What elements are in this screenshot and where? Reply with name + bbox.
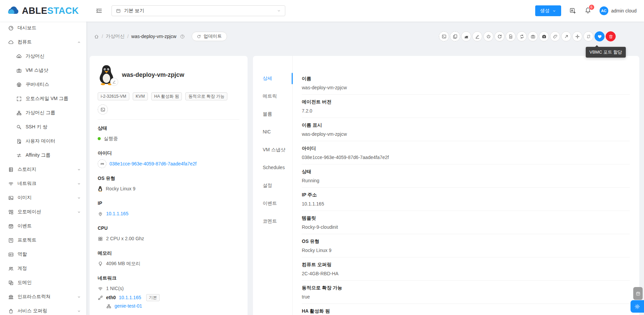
sidebar-item-vm-snapshots[interactable]: VM 스냅샷 (0, 65, 86, 76)
sidebar-item-affinity-groups[interactable]: Affinity 그룹 (0, 150, 86, 161)
key-icon (16, 124, 22, 130)
sidebar-item-events[interactable]: 이벤트 (0, 220, 86, 232)
detail-value: 7.2.0 (302, 107, 630, 115)
detach-button[interactable] (583, 31, 593, 41)
metrics-button[interactable] (461, 31, 471, 41)
sidebar-item-images[interactable]: 이미지 (0, 192, 86, 203)
nic-network-link[interactable]: genie-test-01 (115, 302, 142, 310)
tab-comments[interactable]: 코멘트 (263, 218, 292, 224)
detail-row-id: 아이디038e1cce-963e-4059-87d6-7aade4fa7e2f (302, 141, 630, 164)
update-button-label: 업데이트 (204, 33, 222, 39)
detail-value: true (302, 293, 630, 301)
sidebar-item-label: SSH 키 쌍 (26, 124, 47, 130)
sidebar-item-user-data[interactable]: 사용자 데이터 (0, 135, 86, 147)
attach-volume-button[interactable] (550, 31, 560, 41)
notifications-button[interactable]: 6 (584, 7, 591, 15)
avatar: AC (600, 6, 608, 15)
vbmc-port-button[interactable] (594, 31, 605, 41)
tab-nic[interactable]: NIC (263, 128, 292, 135)
attach-iso-button[interactable] (506, 31, 516, 41)
tab-vm-snapshots[interactable]: VM 스냅샷 (263, 146, 292, 153)
destroy-button[interactable] (606, 31, 616, 41)
tab-metrics[interactable]: 메트릭 (263, 93, 292, 99)
vm-name-title: was-deploy-vm-zpjcw (122, 71, 184, 78)
sidebar-item-vm-groups[interactable]: 가상머신 그룹 (0, 107, 86, 119)
detail-list: 이름was-deploy-vm-zpjcw 에이전트 버전7.2.0 이름 표시… (293, 56, 639, 315)
breadcrumb-page: was-deploy-vm-zpjcw (131, 34, 176, 39)
sidebar-item-domains[interactable]: 도메인 (0, 277, 86, 288)
console-button[interactable] (439, 31, 449, 41)
vm-id-link[interactable]: 038e1cce-963e-4059-87d6-7aade4fa7e2f (109, 160, 196, 168)
detail-label: IP 주소 (302, 191, 630, 198)
sidebar-item-label: 계정 (18, 265, 27, 272)
sidebar-item-label: 서비스 오퍼링 (18, 308, 47, 314)
detail-row-display-name: 이름 표시was-deploy-vm-zpjcw (302, 118, 630, 141)
vm-hypervisor-tag: KVM (133, 92, 148, 100)
chevron-down-icon (77, 309, 81, 313)
vm-ha-tag: HA 활성화 됨 (151, 92, 182, 100)
ip-section: IP 10.1.1.165 (98, 199, 239, 218)
wifi-icon (98, 286, 103, 291)
logo-text-stack: STACK (47, 6, 79, 16)
nic-ip-link[interactable]: 10.1.1.165 (119, 293, 141, 302)
detail-label: 동적으로 확장 가능 (302, 284, 630, 291)
sidebar-item-label: VM 스냅샷 (26, 67, 48, 73)
sidebar-item-label: 오토스케일 VM 그룹 (26, 96, 68, 102)
translate-icon[interactable] (569, 7, 576, 14)
sidebar-item-compute[interactable]: 컴퓨트 (0, 36, 86, 48)
reload-icon (497, 34, 502, 39)
stop-button[interactable] (483, 31, 493, 41)
ip-link[interactable]: 10.1.1.165 (106, 210, 128, 218)
user-menu[interactable]: AC admin cloud (600, 6, 637, 15)
sidebar-item-label: 컴퓨트 (18, 39, 32, 45)
sidebar-item-infrastructure[interactable]: 인프라스트럭쳐 (0, 291, 86, 303)
sidebar-item-accounts[interactable]: 계정 (0, 263, 86, 274)
copy-button[interactable] (450, 31, 460, 41)
breadcrumb-section[interactable]: 가상머신 (106, 33, 125, 39)
detail-value: was-deploy-vm-zpjcw (302, 84, 630, 91)
event-timeline-button[interactable] (633, 287, 643, 300)
create-button[interactable]: 생성 (535, 5, 561, 16)
scale-button[interactable] (561, 31, 571, 41)
edit-avatar-button[interactable] (110, 78, 118, 86)
sidebar-item-dashboard[interactable]: 대시보드 (0, 22, 86, 34)
update-button[interactable]: 업데이트 (192, 32, 227, 41)
home-icon[interactable] (94, 34, 99, 39)
snapshot-button[interactable] (528, 31, 538, 41)
cpu-section: CPU 2 CPU x 2.00 Ghz (98, 224, 239, 243)
view-mode-select[interactable]: 기본 보기 (111, 5, 285, 16)
chevron-down-icon (77, 168, 81, 171)
tab-details[interactable]: 상세 (263, 75, 292, 82)
arrow-diagonal-icon (564, 34, 569, 39)
tab-events[interactable]: 이벤트 (263, 200, 292, 207)
breadcrumb-separator: / (127, 34, 129, 39)
console-shortcut-button[interactable] (98, 104, 108, 115)
logo-text-able: ABLE (22, 6, 47, 16)
sidebar-item-kubernetes[interactable]: 쿠버네티스 (0, 79, 86, 90)
sidebar-item-automation[interactable]: 오토메이션 (0, 206, 86, 218)
reboot-button[interactable] (494, 31, 505, 41)
migrate-button[interactable] (572, 31, 582, 41)
backup-button[interactable] (539, 31, 549, 41)
sidebar-item-virtual-machines[interactable]: 가상머신 (0, 51, 86, 62)
settings-fab-button[interactable] (631, 300, 644, 313)
sidebar-item-roles[interactable]: 역할 (0, 249, 86, 260)
sidebar-item-autoscale-vm-groups[interactable]: 오토스케일 VM 그룹 (0, 93, 86, 104)
sidebar-item-network[interactable]: 네트워크 (0, 178, 86, 189)
power-icon (486, 34, 491, 39)
sidebar-item-projects[interactable]: 프로젝트 (0, 234, 86, 246)
tab-settings[interactable]: 설정 (263, 182, 292, 189)
tab-schedules[interactable]: Schedules (263, 164, 292, 171)
detail-tabs: 상세 메트릭 볼륨 NIC VM 스냅샷 Schedules 설정 이벤트 코멘… (253, 56, 293, 315)
sidebar-item-service-offerings[interactable]: 서비스 오퍼링 (0, 305, 86, 315)
edit-button[interactable] (472, 31, 482, 41)
reinstall-button[interactable] (517, 31, 527, 41)
notification-badge: 6 (589, 4, 594, 10)
sidebar-collapse-icon[interactable] (95, 7, 103, 14)
tab-volumes[interactable]: 볼륨 (263, 111, 292, 117)
sidebar-item-ssh-key-pairs[interactable]: SSH 키 쌍 (0, 121, 86, 133)
copy-id-button[interactable] (98, 159, 106, 168)
help-icon[interactable] (180, 34, 185, 39)
unlink-icon (586, 34, 591, 39)
sidebar-item-storage[interactable]: 스토리지 (0, 164, 86, 175)
